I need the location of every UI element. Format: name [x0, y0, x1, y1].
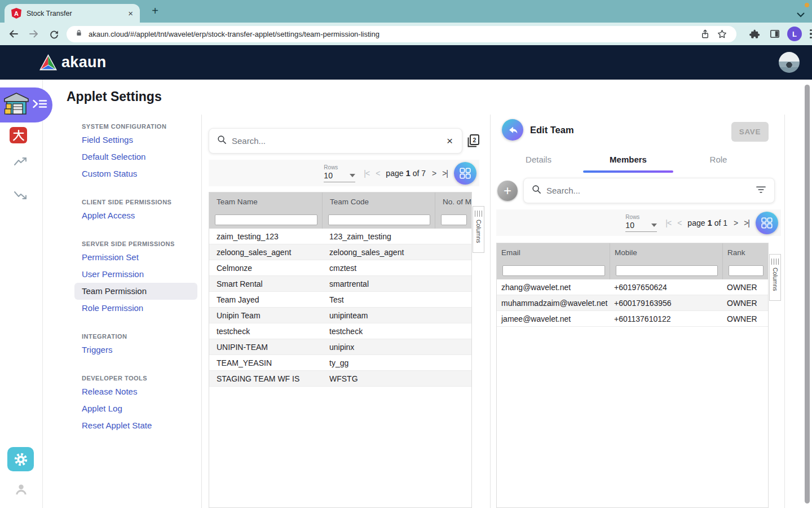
rows-per-page: Rows 10: [625, 214, 657, 232]
nav-item-release-notes[interactable]: Release Notes: [82, 386, 137, 397]
first-page-icon[interactable]: |<: [665, 218, 671, 227]
forward-arrow-icon[interactable]: [27, 27, 41, 41]
warehouse-applet-icon: [3, 92, 29, 118]
nav-item-field-settings[interactable]: Field Settings: [82, 134, 133, 146]
active-applet-pill[interactable]: [0, 87, 52, 122]
team-row[interactable]: testchecktestcheck: [209, 323, 471, 339]
team-row[interactable]: Celmonzecmztest: [209, 260, 471, 276]
nav-item-custom-status[interactable]: Custom Status: [82, 168, 137, 179]
columns-side-tab[interactable]: Columns: [769, 254, 781, 301]
side-panel-icon[interactable]: [768, 27, 782, 41]
team-row[interactable]: zeloong_sales_agentzeloong_sales_agent: [209, 244, 471, 260]
notification-dot-icon: [805, 3, 809, 7]
back-arrow-icon: [507, 124, 519, 136]
tab-title: Stock Transfer: [27, 10, 127, 17]
tab-close-icon[interactable]: ×: [127, 8, 134, 18]
filter-email-input[interactable]: [502, 265, 605, 276]
nav-item-team-permission[interactable]: Team Permission: [74, 283, 197, 300]
member-row[interactable]: muhammadzaim@wavelet.net+600179163956OWN…: [497, 295, 768, 311]
column-header-team-code[interactable]: Team Code: [322, 192, 435, 211]
column-header-team-name[interactable]: Team Name: [209, 192, 322, 211]
dai-applet-icon[interactable]: [10, 127, 27, 143]
nav-item-applet-log[interactable]: Applet Log: [82, 403, 122, 414]
clear-search-icon[interactable]: ×: [445, 135, 454, 147]
settings-gear-button[interactable]: [7, 447, 34, 471]
reload-icon[interactable]: [47, 27, 61, 41]
team-row[interactable]: Smart Rentalsmartrental: [209, 276, 471, 292]
team-row[interactable]: Team JayedTest: [209, 292, 471, 308]
rail-divider: [42, 80, 43, 508]
nav-item-role-permission[interactable]: Role Permission: [82, 303, 143, 314]
tab-details[interactable]: Details: [524, 155, 553, 167]
page-scrollbar[interactable]: [805, 85, 810, 503]
nav-item-applet-access[interactable]: Applet Access: [82, 210, 135, 221]
nav-item-triggers[interactable]: Triggers: [82, 344, 112, 356]
new-tab-button[interactable]: +: [148, 3, 162, 18]
share-icon[interactable]: [698, 27, 712, 41]
filter-mobile-input[interactable]: [616, 265, 718, 276]
nav-item-user-permission[interactable]: User Permission: [82, 269, 144, 280]
grid-view-button[interactable]: [454, 162, 476, 185]
team-table-header: Team Name Team Code No. of Me: [209, 192, 471, 211]
member-search-input[interactable]: [546, 186, 756, 195]
nav-section-header: DEVELOPER TOOLS: [82, 373, 147, 384]
last-page-icon[interactable]: >|: [744, 218, 749, 227]
trend-up-icon[interactable]: [14, 156, 28, 169]
user-photo-avatar[interactable]: [779, 52, 800, 73]
team-table-filter-row: [209, 211, 471, 229]
filter-rank-input[interactable]: [729, 265, 764, 276]
pages-icon[interactable]: 2: [466, 133, 481, 151]
nav-section-header: SYSTEM CONFIGURATION: [82, 121, 166, 132]
tab-members[interactable]: Members: [606, 155, 651, 167]
url-bar[interactable]: akaun.cloud/#/applet/tnt/wavelet/erp/sto…: [67, 26, 736, 42]
trend-down-icon[interactable]: [14, 190, 28, 203]
team-row[interactable]: zaim_testing_123123_zaim_testing: [209, 229, 471, 244]
next-page-icon[interactable]: >: [432, 169, 436, 178]
filter-members-input[interactable]: [441, 214, 467, 225]
nav-item-reset-applet-state[interactable]: Reset Applet State: [82, 420, 152, 431]
team-row[interactable]: Unipin Teamunipinteam: [209, 308, 471, 323]
filter-icon[interactable]: [756, 186, 766, 196]
column-header-email[interactable]: Email: [497, 243, 610, 261]
rows-label: Rows: [324, 164, 355, 170]
back-arrow-icon[interactable]: [7, 27, 20, 41]
last-page-icon[interactable]: >|: [442, 169, 448, 178]
tabstrip-chevron-down-icon[interactable]: [797, 10, 805, 20]
team-row[interactable]: TEAM_YEASINty_gg: [209, 355, 471, 371]
nav-item-default-selection[interactable]: Default Selection: [82, 151, 145, 163]
svg-text:2: 2: [473, 137, 476, 143]
extensions-puzzle-icon[interactable]: [748, 27, 761, 41]
nav-item-permission-set[interactable]: Permission Set: [82, 252, 139, 263]
prev-page-icon[interactable]: <: [376, 169, 379, 178]
filter-team-code-input[interactable]: [328, 214, 430, 225]
back-button[interactable]: [502, 119, 523, 141]
team-row[interactable]: UNIPIN-TEAMunipinx: [209, 339, 471, 355]
browser-tab[interactable]: A Stock Transfer ×: [5, 4, 140, 23]
expand-menu-icon[interactable]: [33, 99, 47, 111]
rows-per-page-select[interactable]: 10: [625, 221, 657, 232]
member-row[interactable]: jamee@wavelet.net+601137610122OWNER: [497, 311, 768, 327]
save-button[interactable]: SAVE: [731, 122, 769, 142]
team-search-input[interactable]: [232, 136, 445, 146]
add-member-button[interactable]: +: [497, 181, 518, 201]
column-header-mobile[interactable]: Mobile: [610, 243, 722, 261]
column-header-members[interactable]: No. of Me: [435, 192, 471, 211]
member-row[interactable]: zhang@wavelet.net+60197650624OWNER: [497, 279, 768, 295]
column-header-rank[interactable]: Rank: [722, 243, 768, 261]
mid-panel-divider: [490, 115, 491, 508]
nav-section-header: CLIENT SIDE PERMISSIONS: [82, 196, 171, 208]
next-page-icon[interactable]: >: [734, 218, 738, 227]
team-row[interactable]: STAGING TEAM WF ISWFSTG: [209, 371, 471, 387]
member-list-controls: Rows 10 |< < page 1 of 1 > >|: [496, 209, 781, 236]
rows-per-page-select[interactable]: 10: [324, 171, 355, 182]
filter-team-name-input[interactable]: [215, 214, 317, 225]
first-page-icon[interactable]: |<: [364, 169, 369, 178]
bookmark-star-icon[interactable]: [715, 27, 729, 41]
columns-side-tab[interactable]: Columns: [473, 206, 484, 253]
person-icon[interactable]: [15, 483, 28, 498]
prev-page-icon[interactable]: <: [677, 218, 681, 227]
tab-role[interactable]: Role: [707, 155, 730, 167]
browser-profile-avatar[interactable]: L: [787, 27, 802, 41]
browser-menu-icon[interactable]: [810, 29, 812, 39]
grid-view-button[interactable]: [756, 212, 778, 234]
